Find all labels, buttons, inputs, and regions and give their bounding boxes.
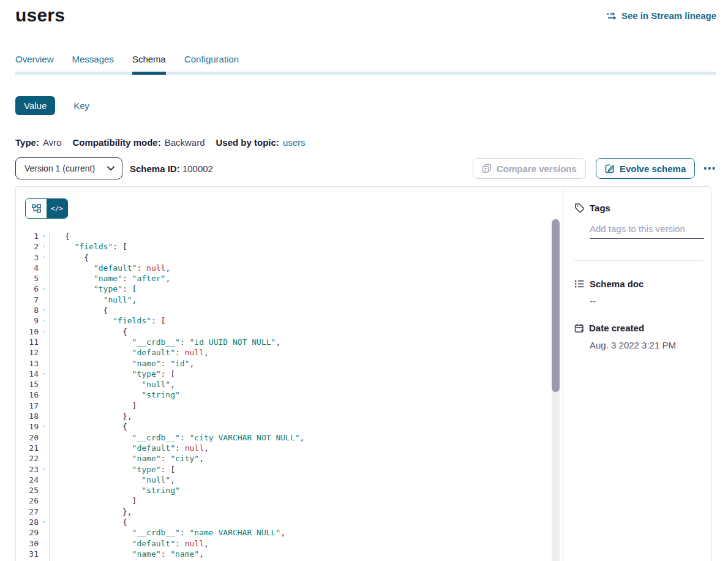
code-line: 14▾ "type": [ — [25, 369, 563, 379]
schema-doc-heading-label: Schema doc — [590, 279, 644, 289]
collapse-toggle-icon[interactable]: ▾ — [39, 305, 50, 315]
page-header: users See in Stream lineage — [15, 5, 716, 26]
schema-doc-heading: Schema doc — [574, 279, 704, 289]
code-line: 29 "__crdb__": "name VARCHAR NULL", — [25, 527, 563, 538]
code-text: { — [50, 252, 89, 263]
line-number: 10 — [25, 326, 39, 337]
collapse-spacer — [39, 295, 50, 305]
code-line: 9▾ "fields": [ — [25, 315, 563, 326]
code-line: 26 ] — [25, 495, 563, 506]
collapse-spacer — [39, 475, 50, 485]
collapse-spacer — [39, 432, 50, 443]
collapse-toggle-icon[interactable]: ▾ — [39, 284, 50, 294]
collapse-toggle-icon[interactable]: ▾ — [39, 369, 50, 379]
date-created-heading-label: Date created — [589, 323, 644, 333]
schema-actions: Compare versions Evolve schema ••• — [473, 158, 716, 179]
line-number: 30 — [25, 538, 39, 549]
code-text: "name": "after", — [50, 273, 170, 284]
tab-schema[interactable]: Schema — [132, 54, 166, 75]
code-line: 3▾ { — [25, 252, 563, 263]
compare-versions-button[interactable]: Compare versions — [473, 158, 586, 179]
code-line: 1▾{ — [25, 231, 563, 241]
tab-overview[interactable]: Overview — [15, 54, 54, 72]
collapse-toggle-icon[interactable]: ▾ — [39, 252, 50, 263]
code-text: "type": [ — [50, 284, 137, 294]
collapse-toggle-icon[interactable]: ▾ — [39, 315, 50, 326]
line-number: 5 — [25, 273, 39, 284]
evolve-schema-button[interactable]: Evolve schema — [596, 158, 695, 179]
calendar-icon — [574, 323, 584, 333]
date-created-value: Aug. 3 2022 3:21 PM — [590, 340, 704, 350]
collapse-toggle-icon[interactable]: ▾ — [39, 421, 50, 432]
code-line: 27 }, — [25, 506, 563, 517]
code-line: 11 "__crdb__": "id UUID NOT NULL", — [25, 337, 563, 347]
tags-heading-label: Tags — [590, 203, 610, 213]
tags-section-heading: Tags — [574, 203, 704, 213]
tab-messages[interactable]: Messages — [72, 54, 114, 72]
code-editor: 1▾{2▾ "fields": [3▾ {4 "default": null,5… — [25, 231, 563, 561]
code-line: 25 "string" — [25, 485, 563, 495]
code-line: 15 "null", — [25, 379, 563, 390]
code-text: "string" — [50, 485, 180, 495]
meta-topic-label: Used by topic: — [216, 137, 279, 148]
line-number: 31 — [25, 549, 39, 559]
collapse-spacer — [39, 379, 50, 390]
code-line: 22 "name": "city", — [25, 453, 563, 464]
line-number: 26 — [25, 495, 39, 506]
line-number: 11 — [25, 337, 39, 347]
code-text: "type": [ — [50, 464, 175, 475]
tab-configuration[interactable]: Configuration — [184, 54, 239, 72]
code-line: 4 "default": null, — [25, 263, 563, 273]
collapse-spacer — [39, 273, 50, 284]
line-number: 20 — [25, 432, 39, 443]
collapse-toggle-icon[interactable]: ▾ — [39, 326, 50, 337]
code-line: 7 "null", — [25, 295, 563, 305]
code-text: "null", — [50, 379, 175, 390]
collapse-toggle-icon[interactable]: ▾ — [39, 464, 50, 475]
collapse-spacer — [39, 506, 50, 517]
compare-versions-label: Compare versions — [497, 164, 577, 174]
code-text: { — [50, 326, 127, 337]
code-line: 13 "name": "id", — [25, 358, 563, 369]
topic-link[interactable]: users — [283, 137, 306, 148]
code-text: "default": null, — [50, 443, 209, 453]
list-icon — [574, 279, 585, 288]
editor-scrollbar-track[interactable] — [552, 219, 560, 561]
code-text: "name": "city", — [50, 453, 204, 464]
line-number: 29 — [25, 527, 39, 538]
code-view-button[interactable]: </> — [47, 199, 67, 218]
more-options-button[interactable]: ••• — [704, 164, 716, 173]
collapse-spacer — [39, 527, 50, 538]
stream-lineage-link[interactable]: See in Stream lineage — [606, 10, 716, 21]
code-line: 6▾ "type": [ — [25, 284, 563, 294]
key-toggle-button[interactable]: Key — [70, 100, 93, 111]
code-text: "default": null, — [50, 263, 170, 273]
collapse-toggle-icon[interactable]: ▾ — [39, 517, 50, 527]
page-title: users — [15, 5, 65, 26]
meta-type-label: Type: — [15, 137, 39, 148]
schema-sidebar: Tags Schema doc -- — [563, 187, 711, 561]
tree-view-button[interactable] — [26, 199, 47, 218]
chevron-down-icon — [107, 166, 114, 171]
code-view-icon: </> — [51, 205, 63, 213]
version-bar: Version 1 (current) Schema ID: 100002 — [15, 157, 716, 179]
schema-editor-panel: </> 1▾{2▾ "fields": [3▾ {4 "default": nu… — [16, 187, 563, 561]
version-select[interactable]: Version 1 (current) — [15, 157, 122, 179]
compare-icon — [482, 164, 492, 173]
line-number: 12 — [25, 347, 39, 358]
editor-scrollbar-thumb[interactable] — [552, 219, 560, 392]
tabs: OverviewMessagesSchemaConfiguration — [15, 54, 716, 75]
tags-input[interactable] — [590, 224, 704, 239]
collapse-toggle-icon[interactable]: ▾ — [39, 231, 50, 241]
code-line: 21 "default": null, — [25, 443, 563, 453]
code-text: }, — [50, 411, 132, 421]
code-text: "type": [ — [50, 369, 175, 379]
code-text: "fields": [ — [50, 315, 165, 326]
collapse-spacer — [39, 358, 50, 369]
date-created-heading: Date created — [574, 323, 704, 333]
code-text: "default": null, — [50, 538, 209, 549]
collapse-toggle-icon[interactable]: ▾ — [39, 241, 50, 252]
version-select-value: Version 1 (current) — [24, 164, 95, 173]
line-number: 23 — [25, 464, 39, 475]
value-toggle-button[interactable]: Value — [15, 96, 55, 115]
